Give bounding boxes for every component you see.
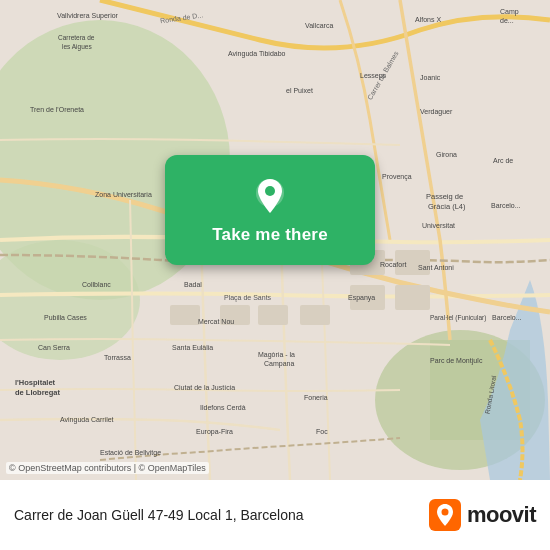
svg-text:Sant Antoni: Sant Antoni — [418, 264, 454, 271]
svg-text:Paral·lel (Funicular): Paral·lel (Funicular) — [430, 314, 486, 322]
svg-text:l'Hospitalet: l'Hospitalet — [15, 378, 56, 387]
svg-text:Alfons X: Alfons X — [415, 16, 441, 23]
svg-text:Europa-Fira: Europa-Fira — [196, 428, 233, 436]
svg-text:Gràcia (L4): Gràcia (L4) — [428, 202, 466, 211]
svg-text:Camp: Camp — [500, 8, 519, 16]
svg-text:Parc de Montjuïc: Parc de Montjuïc — [430, 357, 483, 365]
svg-text:Mercat Nou: Mercat Nou — [198, 318, 234, 325]
moovit-brand-text: moovit — [467, 502, 536, 528]
svg-text:Can Serra: Can Serra — [38, 344, 70, 351]
svg-text:Torrassa: Torrassa — [104, 354, 131, 361]
svg-text:Avinguda Tibidabo: Avinguda Tibidabo — [228, 50, 286, 58]
svg-text:Barcelo...: Barcelo... — [492, 314, 522, 321]
svg-text:Plaça de Sants: Plaça de Sants — [224, 294, 272, 302]
svg-text:de Llobregat: de Llobregat — [15, 388, 61, 397]
svg-text:Estació de Bellvitge: Estació de Bellvitge — [100, 449, 161, 457]
svg-point-67 — [441, 509, 448, 516]
svg-text:Carretera de: Carretera de — [58, 34, 95, 41]
svg-text:Magòria - la: Magòria - la — [258, 351, 295, 359]
svg-rect-10 — [258, 305, 288, 325]
svg-text:Zona Universitaria: Zona Universitaria — [95, 191, 152, 198]
bottom-bar: Carrer de Joan Güell 47-49 Local 1, Barc… — [0, 480, 550, 550]
svg-text:Pubilla Cases: Pubilla Cases — [44, 314, 87, 321]
svg-text:Campana: Campana — [264, 360, 294, 368]
location-pin-icon — [248, 175, 292, 219]
svg-text:Espanya: Espanya — [348, 294, 375, 302]
address-block: Carrer de Joan Güell 47-49 Local 1, Barc… — [14, 506, 429, 524]
svg-text:Foc: Foc — [316, 428, 328, 435]
svg-rect-11 — [300, 305, 330, 325]
svg-text:Verdaguer: Verdaguer — [420, 108, 453, 116]
cta-button-label: Take me there — [212, 225, 328, 245]
svg-text:Tren de l'Oreneta: Tren de l'Oreneta — [30, 106, 84, 113]
svg-text:Vallvidrera Superior: Vallvidrera Superior — [57, 12, 119, 20]
svg-text:Provença: Provença — [382, 173, 412, 181]
cta-card[interactable]: Take me there — [165, 155, 375, 265]
svg-text:Santa Eulàlia: Santa Eulàlia — [172, 344, 213, 351]
map-container: Vallvidrera Superior Carretera de les Ai… — [0, 0, 550, 480]
svg-text:Arc de: Arc de — [493, 157, 513, 164]
svg-text:les Aigues: les Aigues — [62, 43, 92, 51]
svg-text:Rocafort: Rocafort — [380, 261, 407, 268]
svg-rect-12 — [170, 305, 200, 325]
svg-text:Joanic: Joanic — [420, 74, 441, 81]
svg-text:Ciutat de la Justícia: Ciutat de la Justícia — [174, 384, 235, 391]
address-text: Carrer de Joan Güell 47-49 Local 1, Barc… — [14, 507, 304, 523]
svg-text:Avinguda Carrilet: Avinguda Carrilet — [60, 416, 114, 424]
svg-text:Badal: Badal — [184, 281, 202, 288]
map-attribution: © OpenStreetMap contributors | © OpenMap… — [6, 462, 209, 474]
svg-text:Barcelo...: Barcelo... — [491, 202, 521, 209]
svg-text:Collblanc: Collblanc — [82, 281, 111, 288]
moovit-logo-icon — [429, 499, 461, 531]
svg-text:Girona: Girona — [436, 151, 457, 158]
svg-text:de...: de... — [500, 17, 514, 24]
moovit-logo: moovit — [429, 499, 536, 531]
svg-text:Passeig de: Passeig de — [426, 192, 463, 201]
svg-point-65 — [265, 186, 275, 196]
svg-text:Foneria: Foneria — [304, 394, 328, 401]
svg-rect-8 — [395, 285, 430, 310]
svg-text:el Puixet: el Puixet — [286, 87, 313, 94]
svg-text:Ildefons Cerdà: Ildefons Cerdà — [200, 404, 246, 411]
svg-text:Vallcarca: Vallcarca — [305, 22, 333, 29]
svg-text:Universitat: Universitat — [422, 222, 455, 229]
